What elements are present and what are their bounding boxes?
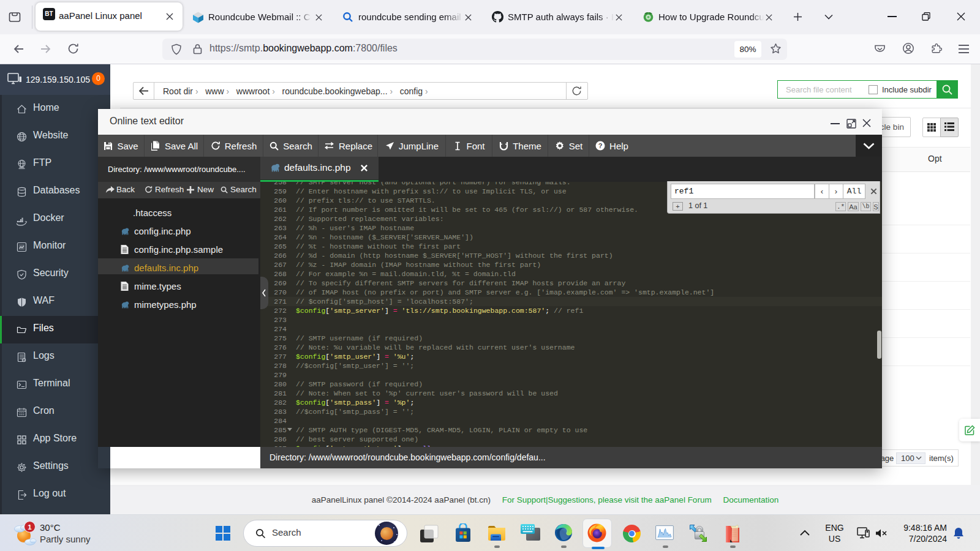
svg-text:?: ? (598, 142, 603, 149)
